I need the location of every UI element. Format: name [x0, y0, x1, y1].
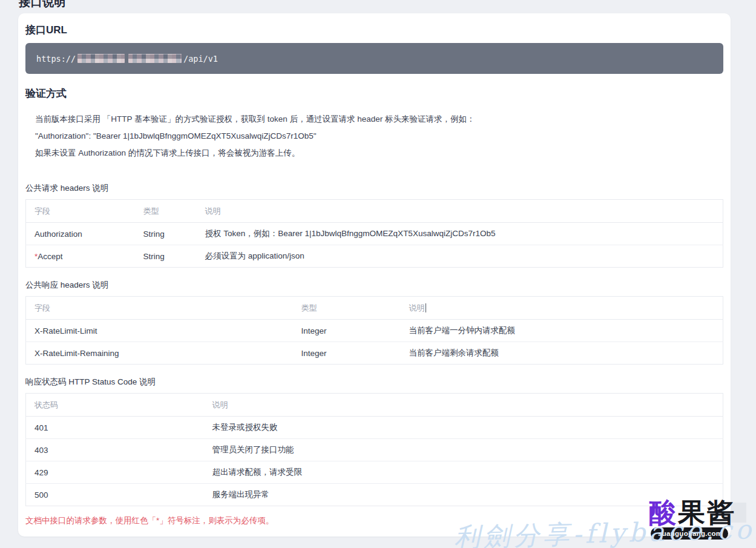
type-cell: Integer [293, 342, 401, 365]
desc-cell: 管理员关闭了接口功能 [204, 439, 723, 461]
auth-paragraphs: 当前版本接口采用 「HTTP 基本验证」的方式验证授权，获取到 token 后，… [35, 111, 723, 162]
table-row: 500 服务端出现异常 [26, 484, 723, 506]
field-cell: X-RateLimit-Remaining [26, 342, 293, 365]
auth-method-heading: 验证方式 [25, 87, 723, 100]
field-cell: X-RateLimit-Limit [26, 320, 293, 342]
desc-cell: 超出请求配额，请求受限 [204, 461, 723, 484]
url-redacted-mosaic-1 [77, 54, 125, 63]
column-header-desc: 说明 [401, 297, 723, 320]
api-url-heading: 接口URL [25, 24, 723, 36]
watermark-artifact [731, 503, 746, 523]
column-header-type: 类型 [293, 297, 401, 320]
auth-paragraph: 当前版本接口采用 「HTTP 基本验证」的方式验证授权，获取到 token 后，… [35, 111, 723, 128]
desc-cell: 授权 Token，例如：Bearer 1|1bJbwlqBfnggmOMEZqX… [197, 223, 723, 245]
status-code-cell: 429 [26, 461, 204, 484]
field-cell: *Accept [26, 245, 135, 268]
status-code-cell: 500 [26, 484, 204, 506]
table-header-row: 状态码 说明 [26, 394, 723, 417]
api-doc-card: 接口URL https:// /api/v1 验证方式 当前版本接口采用 「HT… [18, 13, 731, 536]
table-row: 403 管理员关闭了接口功能 [26, 439, 723, 461]
required-note: 文档中接口的请求参数，使用红色「*」符号标注，则表示为必传项。 [25, 515, 723, 526]
auth-paragraph: "Authorization": "Bearer 1|1bJbwlqBfnggm… [35, 128, 723, 145]
response-headers-caption: 公共响应 headers 说明 [25, 279, 723, 291]
request-headers-table: 字段 类型 说明 Authorization String 授权 Token，例… [25, 199, 723, 268]
text-cursor [426, 303, 426, 312]
desc-cell: 未登录或授权失败 [204, 417, 723, 439]
type-cell: String [135, 245, 197, 268]
table-row: Authorization String 授权 Token，例如：Bearer … [26, 223, 723, 245]
table-row: *Accept String 必须设置为 application/json [26, 245, 723, 268]
field-cell: Authorization [26, 223, 135, 245]
desc-cell: 服务端出现异常 [204, 484, 723, 506]
api-url-codeblock: https:// /api/v1 [25, 43, 723, 74]
column-header-desc: 说明 [204, 394, 723, 417]
column-header-field: 字段 [26, 297, 293, 320]
status-code-cell: 401 [26, 417, 204, 439]
desc-cell: 必须设置为 application/json [197, 245, 723, 268]
page-title: 接口说明 [19, 0, 66, 10]
column-header-code: 状态码 [26, 394, 204, 417]
table-row: X-RateLimit-Remaining Integer 当前客户端剩余请求配… [26, 342, 723, 365]
status-codes-table: 状态码 说明 401 未登录或授权失败 403 管理员关闭了接口功能 429 超… [25, 393, 723, 506]
column-header-type: 类型 [135, 200, 197, 223]
table-row: 401 未登录或授权失败 [26, 417, 723, 439]
desc-cell: 当前客户端一分钟内请求配额 [401, 320, 723, 342]
table-header-row: 字段 类型 说明 [26, 297, 723, 320]
status-code-cell: 403 [26, 439, 204, 461]
table-header-row: 字段 类型 说明 [26, 200, 723, 223]
response-headers-table: 字段 类型 说明 X-RateLimit-Limit Integer 当前客户端… [25, 296, 723, 365]
status-codes-caption: 响应状态码 HTTP Status Code 说明 [25, 376, 723, 388]
url-suffix: /api/v1 [183, 54, 218, 64]
desc-cell: 当前客户端剩余请求配额 [401, 342, 723, 365]
url-redacted-mosaic-2 [128, 54, 182, 63]
type-cell: String [135, 223, 197, 245]
request-headers-caption: 公共请求 headers 说明 [25, 182, 723, 194]
auth-paragraph: 如果未设置 Authorization 的情况下请求上传接口，将会被视为游客上传… [35, 145, 723, 162]
table-row: X-RateLimit-Limit Integer 当前客户端一分钟内请求配额 [26, 320, 723, 342]
column-header-desc: 说明 [197, 200, 723, 223]
url-prefix: https:// [36, 54, 76, 64]
column-header-field: 字段 [26, 200, 135, 223]
table-row: 429 超出请求配额，请求受限 [26, 461, 723, 484]
type-cell: Integer [293, 320, 401, 342]
